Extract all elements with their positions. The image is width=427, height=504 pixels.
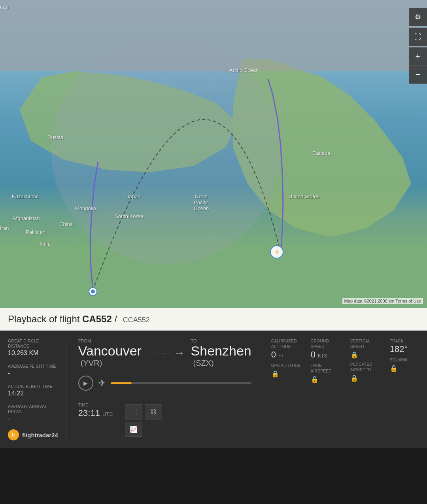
great-circle-stat: GREAT CIRCLEDISTANCE 10,263 KM: [8, 339, 58, 357]
time-display: 23:11: [78, 408, 100, 418]
actual-flight-stat: ACTUAL FLIGHT TIME 14:22: [8, 384, 58, 397]
true-airspeed-label: TRUE AIRSPEED: [311, 363, 342, 374]
squawk-label: SQUAWK: [390, 357, 421, 363]
fr24-icon: fr: [8, 429, 19, 440]
zoom-in-button[interactable]: +: [409, 47, 427, 66]
flight-route-column: FROM Vancouver (YVR) ········ → TO Shenz…: [66, 339, 263, 440]
route-arrow: ········ →: [147, 347, 185, 359]
arrival-code: (SZX): [193, 359, 214, 367]
vertical-speed-label: VERTICAL SPEED: [350, 339, 382, 350]
info-top-row: GREAT CIRCLEDISTANCE 10,263 KM AVERAGE F…: [8, 339, 419, 440]
vertical-speed-item: VERTICAL SPEED 🔒 INDICATED AIRSPEED 🔒: [350, 339, 382, 440]
stats-column: GREAT CIRCLEDISTANCE 10,263 KM AVERAGE F…: [8, 339, 66, 440]
indicated-airspeed-lock-icon: 🔒: [350, 374, 358, 382]
flight-data-row: TIME 23:11 UTC ⛶ ⛓ 📈: [78, 399, 251, 437]
svg-text:✈: ✈: [274, 249, 280, 256]
flight-callsign: CCA552: [123, 316, 150, 324]
time-label: TIME: [78, 402, 113, 408]
playback-row: ▶ ✈: [78, 376, 251, 391]
map-container: ✈ Arctic Ocean ean Russia Kazakhstan Mon…: [0, 0, 427, 308]
true-airspeed-lock-icon: 🔒: [311, 376, 319, 383]
ground-speed-item: GROUNDSPEED 0 KTS TRUE AIRSPEED 🔒: [311, 339, 342, 440]
time-utc: UTC: [102, 411, 113, 417]
gps-alt-label: GPS ALTITUDE: [271, 363, 303, 369]
departure-info: FROM Vancouver (YVR): [78, 339, 142, 368]
avg-arrival-value: -: [8, 415, 58, 422]
track-item: TRACK 182° SQUAWK 🔒: [390, 339, 421, 440]
ground-speed-label: GROUNDSPEED: [311, 339, 342, 350]
fullscreen-button[interactable]: ⛶: [409, 28, 427, 46]
playback-label: Playback of flight: [8, 314, 79, 324]
ground-speed-value: 0 KTS: [311, 350, 342, 360]
gps-alt-lock-icon: 🔒: [271, 370, 279, 378]
play-button[interactable]: ▶: [78, 376, 93, 391]
avg-arrival-label: AVERAGE ARRIVALDELAY: [8, 404, 58, 414]
flight-title-bar: Playback of flight CA552 / CCA552: [0, 308, 427, 331]
flightradar-logo: fr flightradar24: [8, 429, 58, 440]
expand-button[interactable]: ⛶: [125, 404, 142, 419]
settings-button[interactable]: ⚙: [409, 8, 427, 26]
flight-number: CA552: [82, 314, 112, 324]
squawk-lock-icon: 🔒: [390, 365, 398, 372]
avg-arrival-stat: AVERAGE ARRIVALDELAY -: [8, 404, 58, 422]
calibrated-altitude-item: CALIBRATEDALTITUDE 0 FT GPS ALTITUDE 🔒: [271, 339, 303, 440]
indicated-airspeed-label: INDICATED AIRSPEED: [350, 362, 382, 373]
track-value: 182°: [390, 344, 421, 354]
calibrated-alt-label: CALIBRATEDALTITUDE: [271, 339, 303, 350]
actual-flight-value: 14:22: [8, 390, 58, 397]
avg-flight-stat: AVERAGE FLIGHT TIME -: [8, 364, 58, 377]
calibrated-alt-value: 0 FT: [271, 350, 303, 360]
callsign-separator: /: [115, 314, 120, 324]
to-label: TO: [191, 339, 251, 343]
great-circle-value: 10,263 KM: [8, 350, 58, 357]
avg-flight-label: AVERAGE FLIGHT TIME: [8, 364, 58, 369]
zoom-out-button[interactable]: −: [409, 66, 427, 84]
right-data-column: CALIBRATEDALTITUDE 0 FT GPS ALTITUDE 🔒 G…: [263, 339, 421, 440]
departure-city: Vancouver: [78, 343, 142, 358]
zoom-controls: + −: [409, 47, 427, 84]
time-item: TIME 23:11 UTC: [78, 402, 113, 437]
great-circle-label: GREAT CIRCLEDISTANCE: [8, 339, 58, 349]
arrival-info: TO Shenzhen (SZX): [191, 339, 251, 368]
time-value: 23:11 UTC: [78, 408, 113, 418]
fr24-text: flightradar24: [22, 432, 58, 438]
progress-bar[interactable]: [111, 382, 251, 384]
svg-point-1: [91, 290, 95, 293]
vertical-speed-lock-icon: 🔒: [350, 351, 358, 359]
map-controls: ⚙ ⛶: [409, 8, 427, 46]
info-panel: GREAT CIRCLEDISTANCE 10,263 KM AVERAGE F…: [0, 331, 427, 448]
flight-path-svg: ✈: [0, 0, 427, 308]
chart-button[interactable]: 📈: [125, 422, 142, 437]
track-label: TRACK: [390, 339, 421, 344]
arrival-city: Shenzhen: [191, 343, 251, 358]
avg-flight-value: -: [8, 370, 58, 377]
map-attribution: Map data ©2021 2000 km Terms of Use: [342, 298, 423, 304]
link-button[interactable]: ⛓: [145, 404, 162, 419]
from-label: FROM: [78, 339, 142, 343]
actual-flight-label: ACTUAL FLIGHT TIME: [8, 384, 58, 389]
from-to-row: FROM Vancouver (YVR) ········ → TO Shenz…: [78, 339, 251, 368]
progress-fill: [111, 382, 132, 384]
plane-progress-icon: ✈: [98, 378, 106, 389]
departure-code: (YVR): [81, 359, 102, 367]
